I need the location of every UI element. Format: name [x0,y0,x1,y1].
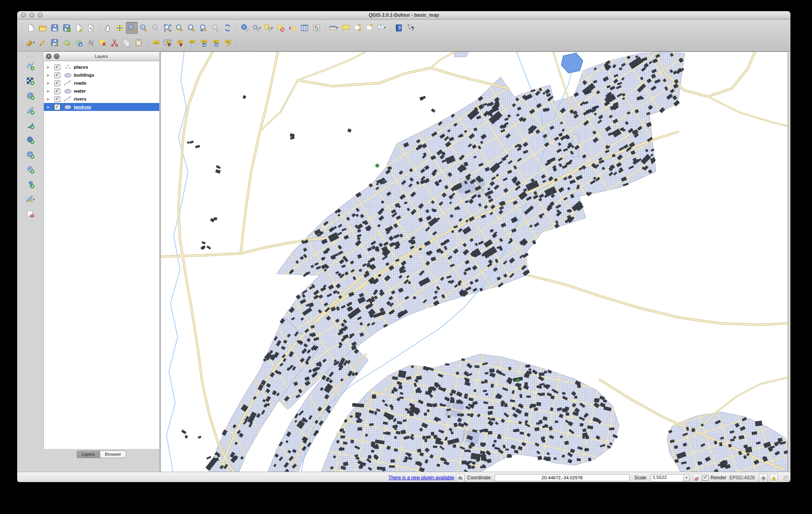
layer-row-landuse[interactable]: ▶landuse [44,103,159,111]
plugin-button[interactable] [456,474,465,482]
resize-grip[interactable] [783,475,789,481]
plugin-link[interactable]: There is a new plugin available [388,474,454,481]
cut-features-button[interactable] [109,37,121,49]
save-as-button[interactable] [61,22,73,34]
layer-visibility-checkbox[interactable] [54,96,60,102]
pan-button[interactable] [102,22,114,34]
pan-selection-button[interactable] [114,22,126,34]
add-delimited-text-layer-button[interactable] [24,178,37,190]
toggle-editing-button[interactable] [37,37,49,49]
expand-arrow-icon[interactable]: ▶ [47,105,51,109]
crs-status[interactable]: EPSG:4326 [729,474,755,481]
zoom-full-button[interactable] [162,22,174,34]
labeling-button[interactable]: abc [150,37,162,49]
dropdown-arrow-icon[interactable]: ▾ [33,198,36,201]
whats-this-button[interactable]: ? [405,22,417,34]
add-vector-layer-button[interactable] [24,60,37,72]
coordinate-input[interactable] [495,474,630,481]
current-edits-button[interactable]: ▾ [25,37,37,49]
help-button[interactable]: ? [393,22,405,34]
add-wfs-layer-button[interactable] [24,164,37,176]
expand-arrow-icon[interactable]: ▶ [47,73,51,77]
annotation-button[interactable]: T▾ [376,22,388,34]
layer-visibility-checkbox[interactable] [54,72,60,78]
dropdown-arrow-icon[interactable]: ▾ [271,26,274,30]
scale-combo[interactable]: 1:5522 ▼ [651,474,690,482]
map-canvas[interactable] [160,51,788,472]
remove-layer-button[interactable] [24,208,37,220]
expand-arrow-icon[interactable]: ▶ [47,89,51,93]
save-button[interactable] [49,22,61,34]
dropdown-arrow-icon[interactable]: ▾ [384,26,387,30]
panel-float-icon[interactable]: ❐ [54,53,59,59]
titlebar[interactable]: QGIS 2.0.1-Dufour - basic_map [17,11,790,20]
show-bookmarks-button[interactable] [364,22,376,34]
new-bookmark-button[interactable] [352,22,364,34]
dropdown-arrow-icon[interactable]: ▾ [34,41,36,44]
layers-panel-titlebar[interactable]: ✕ ❐ Layers [44,51,160,61]
attribute-table-button[interactable] [299,22,311,34]
move-feature-button[interactable] [73,37,85,49]
layer-visibility-checkbox[interactable] [54,104,60,110]
message-log-button[interactable] [769,474,778,482]
close-window-button[interactable] [21,12,26,18]
select-expression-button[interactable]: ε [287,22,299,34]
label-visibility-button[interactable]: abc [186,37,198,49]
label-pin-button[interactable]: ab [174,37,186,49]
chevron-down-icon[interactable]: ▼ [683,474,689,481]
new-composer-button[interactable] [73,22,85,34]
add-spatialite-layer-button[interactable] [24,105,37,117]
layer-row-roads[interactable]: ▶roads [44,79,159,87]
toolbar-handle[interactable] [21,23,24,33]
layer-row-water[interactable]: ▶water [44,87,159,95]
tab-browser[interactable]: Browser [100,451,126,458]
zoom-selection-button[interactable] [174,22,186,34]
layer-visibility-checkbox[interactable] [54,64,60,70]
map-tips-button[interactable] [340,22,352,34]
dropdown-arrow-icon[interactable]: ▾ [259,26,262,30]
save-edits-button[interactable] [49,37,61,49]
add-feature-button[interactable] [61,37,73,49]
layer-row-places[interactable]: ▶places [44,63,159,71]
add-oracle-layer-button[interactable] [24,134,37,146]
identify-button[interactable]: i [239,22,251,34]
add-wms-layer-button[interactable] [24,149,37,161]
expand-arrow-icon[interactable]: ▶ [47,97,51,101]
zoom-last-button[interactable] [198,22,210,34]
expand-arrow-icon[interactable]: ▶ [47,81,51,85]
layer-row-buildings[interactable]: ▶buildings [44,71,159,79]
label-change-button[interactable]: abc [222,37,234,49]
zoom-layer-button[interactable] [186,22,198,34]
feature-action-button[interactable]: ▾ [251,22,263,34]
crs-button[interactable] [759,474,768,482]
dropdown-arrow-icon[interactable]: ▾ [337,26,339,30]
delete-selected-button[interactable] [97,37,109,49]
refresh-button[interactable] [222,22,234,34]
folder-open-button[interactable] [37,22,49,34]
expand-arrow-icon[interactable]: ▶ [47,65,51,69]
layer-row-rivers[interactable]: ▶rivers [44,95,159,103]
toolbar-handle[interactable] [26,55,35,58]
zoom-out-button[interactable] [138,22,150,34]
label-pinned-button[interactable]: ab [162,37,174,49]
select-features-button[interactable]: ▾ [263,22,275,34]
copy-features-button[interactable] [121,37,133,49]
panel-close-icon[interactable]: ✕ [46,53,51,59]
add-postgis-layer-button[interactable] [24,90,37,102]
zoom-window-button[interactable] [38,12,43,18]
add-mssql-layer-button[interactable] [24,119,37,131]
paste-features-button[interactable] [133,37,145,49]
stop-render-button[interactable] [693,474,701,482]
measure-button[interactable]: ▾ [328,22,340,34]
render-checkbox[interactable] [703,475,709,481]
layer-visibility-checkbox[interactable] [54,80,60,86]
render-toggle[interactable]: Render [703,474,726,481]
field-calculator-button[interactable] [311,22,323,34]
add-raster-layer-button[interactable] [24,75,37,87]
toolbar-handle[interactable] [21,38,24,47]
zoom-in-button[interactable] [126,22,138,34]
deselect-button[interactable] [275,22,287,34]
node-tool-button[interactable] [85,37,97,49]
layer-visibility-checkbox[interactable] [54,88,60,94]
file-new-button[interactable] [25,22,37,34]
